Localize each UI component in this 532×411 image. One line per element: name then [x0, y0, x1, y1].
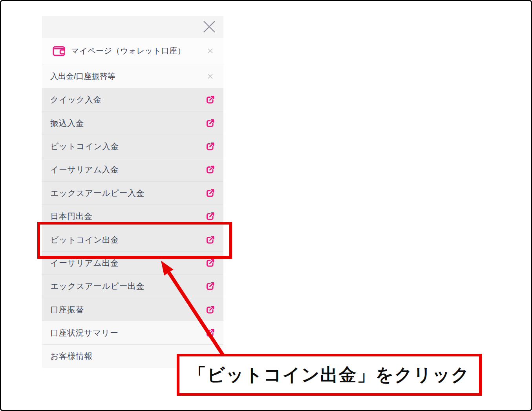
menu-item-mypage[interactable]: マイページ（ウォレット口座） [42, 38, 223, 64]
wallet-menu-panel: マイページ（ウォレット口座） 入出金/口座振替等 クイック入金 振込入金 ビット… [42, 16, 223, 368]
external-link-icon [206, 329, 215, 337]
menu-item-4[interactable]: エックスアールピー入金 [42, 181, 223, 205]
section-header-deposits[interactable]: 入出金/口座振替等 [42, 64, 223, 88]
external-link-icon [206, 305, 215, 314]
section-header-label: 入出金/口座振替等 [50, 71, 207, 82]
wallet-icon [53, 46, 65, 57]
external-link-icon [206, 95, 215, 104]
callout-box: 「ビットコイン出金」をクリック [177, 354, 482, 396]
close-icon[interactable] [200, 18, 218, 36]
menu-item-10[interactable]: 口座状況サマリー [42, 321, 223, 344]
external-link-icon [206, 165, 215, 174]
menu-item-0[interactable]: クイック入金 [42, 88, 223, 111]
external-link-icon [206, 236, 215, 244]
external-link-icon [206, 212, 215, 221]
menu-header-bar [42, 16, 223, 38]
menu-item-7[interactable]: イーサリアム出金 [42, 251, 223, 274]
menu-item-5[interactable]: 日本円出金 [42, 205, 223, 228]
external-link-icon [206, 142, 215, 151]
external-link-icon [206, 282, 215, 290]
menu-item-3[interactable]: イーサリアム入金 [42, 158, 223, 181]
mypage-label: マイページ（ウォレット口座） [71, 46, 207, 56]
menu-item-6[interactable]: ビットコイン出金 [42, 228, 223, 251]
menu-item-8[interactable]: エックスアールピー出金 [42, 274, 223, 298]
external-link-icon [206, 259, 215, 267]
menu-item-2[interactable]: ビットコイン入金 [42, 135, 223, 158]
small-x-icon[interactable] [207, 47, 214, 54]
menu-list: クイック入金 振込入金 ビットコイン入金 イーサリアム入金 エックスアールピー入… [42, 88, 223, 368]
callout-text: 「ビットコイン出金」をクリック [188, 363, 470, 387]
external-link-icon [206, 119, 215, 128]
menu-item-1[interactable]: 振込入金 [42, 111, 223, 134]
menu-item-9[interactable]: 口座振替 [42, 298, 223, 321]
small-x-icon[interactable] [207, 73, 214, 80]
screenshot-root: { "panel": { "header": { "close_icon": "… [0, 0, 532, 411]
external-link-icon [206, 189, 215, 197]
